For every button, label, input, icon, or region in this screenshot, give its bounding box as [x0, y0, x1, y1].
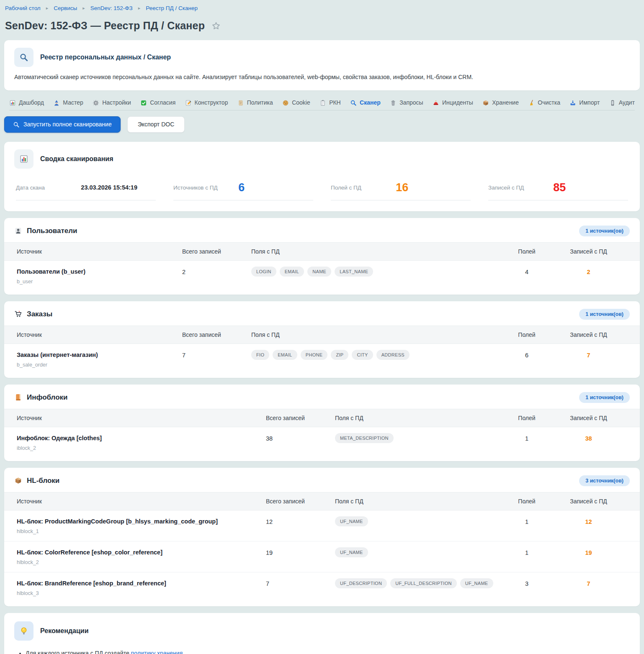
pd-field-pills: UF_NAME	[335, 516, 504, 526]
tab-check[interactable]: Согласия	[140, 99, 175, 106]
total-records-value: 12	[266, 518, 335, 525]
field-pill: ADDRESS	[376, 350, 410, 360]
module-title: Реестр персональных данных / Сканер	[40, 54, 171, 61]
source-code: b_sale_order	[17, 362, 182, 368]
import-icon	[569, 99, 576, 106]
scan-summary-card: Сводка сканирования Дата скана 23.03.202…	[4, 142, 640, 211]
field-count-value: 1	[504, 435, 550, 442]
source-name: Пользователи (b_user)	[17, 268, 182, 275]
pd-records-value: 19	[550, 549, 627, 556]
stat-value: 23.03.2026 15:54:19	[81, 184, 137, 191]
section-title: Пользователи	[27, 227, 77, 235]
cookie-icon	[282, 99, 289, 106]
tab-search[interactable]: Сканер	[350, 99, 381, 106]
tab-wizard[interactable]: Мастер	[53, 99, 83, 106]
section-users: Пользователи 1 источник(ов) Источник Все…	[4, 218, 640, 295]
chevron-right-icon: ▸	[82, 5, 85, 11]
field-count-value: 3	[504, 580, 550, 587]
table-body: Пользователи (b_user) b_user 2 LOGINEMAI…	[4, 261, 640, 291]
table-row: HL-блок: BrandReference [eshop_brand_ref…	[4, 572, 640, 603]
memo-icon	[185, 99, 192, 106]
recommendation-item: Для каждого источника с ПД создайте поли…	[26, 649, 630, 654]
pd-records-value: 12	[550, 518, 627, 525]
summary-stat: Источников с ПД 6	[173, 180, 313, 200]
source-count-badge: 1 источник(ов)	[579, 392, 630, 403]
recommendations-title: Рекомендации	[40, 627, 89, 635]
total-records-value: 2	[182, 268, 251, 275]
field-pill: EMAIL	[280, 267, 304, 277]
check-icon	[140, 99, 147, 106]
chevron-right-icon: ▸	[46, 5, 49, 11]
tab-label: Конструктор	[195, 99, 228, 106]
tab-box[interactable]: Хранение	[482, 99, 519, 106]
section-title: Заказы	[27, 310, 52, 318]
search-icon	[14, 48, 33, 67]
source-name: Заказы (интернет-магазин)	[17, 351, 182, 358]
recommendations-card: Рекомендации Для каждого источника с ПД …	[4, 613, 640, 654]
stat-label: Записей с ПД	[488, 185, 553, 191]
pd-records-value: 38	[550, 435, 627, 442]
stat-value: 16	[396, 182, 408, 193]
tab-label: Хранение	[492, 99, 519, 106]
run-full-scan-button[interactable]: Запустить полное сканирование	[4, 116, 121, 133]
book-icon	[14, 393, 22, 401]
field-count-value: 1	[504, 549, 550, 556]
column-pd-records: Записей с ПД	[550, 415, 627, 421]
field-pill: EMAIL	[273, 350, 297, 360]
column-pd-fields: Поля с ПД	[251, 248, 504, 255]
breadcrumb-link[interactable]: Рабочий стол	[5, 5, 41, 11]
broom-icon	[528, 99, 535, 106]
tab-label: Настройки	[102, 99, 131, 106]
tab-gear[interactable]: Настройки	[93, 99, 131, 106]
table-row: Заказы (интернет-магазин) b_sale_order 7…	[4, 344, 640, 374]
field-pill: UF_NAME	[460, 578, 493, 588]
source-count-badge: 1 источник(ов)	[579, 226, 630, 236]
column-pd-fields: Поля с ПД	[251, 331, 504, 338]
tab-scroll[interactable]: Политика	[237, 99, 273, 106]
tab-trash[interactable]: Запросы	[390, 99, 423, 106]
tab-label: Сканер	[360, 99, 381, 106]
column-pd-records: Записей с ПД	[550, 331, 627, 338]
tab-clipboard[interactable]: РКН	[319, 99, 341, 106]
export-doc-label: Экспорт DOC	[138, 121, 175, 128]
bulb-icon	[14, 621, 33, 641]
clipboard-icon	[319, 99, 326, 106]
breadcrumb-link[interactable]: SenDev: 152-ФЗ	[90, 5, 133, 11]
breadcrumb-link[interactable]: Реестр ПД / Сканер	[146, 5, 198, 11]
source-code: hlblock_2	[17, 559, 266, 565]
tab-alarm[interactable]: Инциденты	[433, 99, 473, 106]
source-name: HL-блок: ProductMarkingCodeGroup [b_hlsy…	[17, 518, 266, 525]
breadcrumb-link[interactable]: Сервисы	[54, 5, 77, 11]
field-pill: UF_NAME	[335, 516, 368, 526]
tab-label: Импорт	[579, 99, 600, 106]
column-total-records: Всего записей	[182, 331, 251, 338]
tab-cookie[interactable]: Cookie	[282, 99, 310, 106]
tab-bar: Дашборд Мастер Настройки Согласия Констр…	[9, 99, 635, 110]
column-source: Источник	[17, 415, 266, 421]
column-field-count: Полей	[504, 331, 550, 338]
source-sections: Пользователи 1 источник(ов) Источник Все…	[4, 218, 640, 606]
column-pd-records: Записей с ПД	[550, 248, 627, 255]
section-title: HL-блоки	[27, 477, 59, 485]
section-iblocks: Инфоблоки 1 источник(ов) Источник Всего …	[4, 385, 640, 461]
total-records-value: 7	[266, 580, 335, 587]
section-title: Инфоблоки	[27, 393, 68, 402]
dashboard-icon	[9, 99, 16, 106]
source-name: HL-блок: BrandReference [eshop_brand_ref…	[17, 580, 266, 587]
audit-icon	[609, 99, 616, 106]
tab-dashboard[interactable]: Дашборд	[9, 99, 44, 106]
table-row: Пользователи (b_user) b_user 2 LOGINEMAI…	[4, 261, 640, 291]
tab-memo[interactable]: Конструктор	[185, 99, 228, 106]
export-doc-button[interactable]: Экспорт DOC	[127, 116, 185, 133]
table-header: Источник Всего записей Поля с ПД Полей З…	[4, 242, 640, 261]
favorite-star-icon[interactable]	[211, 21, 221, 31]
tab-import[interactable]: Импорт	[569, 99, 600, 106]
field-pill: LAST_NAME	[335, 267, 373, 277]
recommendation-link[interactable]: политику хранения	[131, 650, 183, 654]
search-icon	[13, 121, 20, 128]
column-field-count: Полей	[504, 248, 550, 255]
source-code: b_user	[17, 279, 182, 285]
tab-broom[interactable]: Очистка	[528, 99, 560, 106]
column-total-records: Всего записей	[266, 498, 335, 505]
tab-audit[interactable]: Аудит	[609, 99, 635, 106]
